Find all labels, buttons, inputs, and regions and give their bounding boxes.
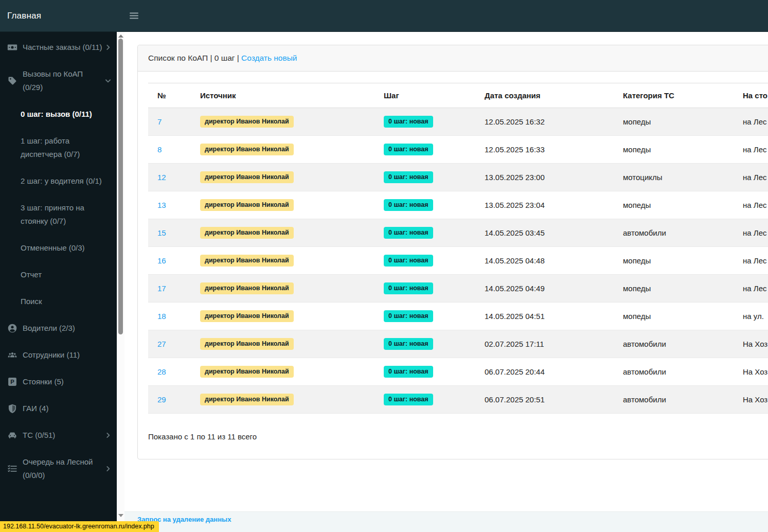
source-badge: директор Иванов Николай [200, 227, 294, 239]
source-cell: директор Иванов Николай [191, 164, 374, 191]
sidebar-item-label: Отчет [21, 268, 112, 281]
sidebar-item-step0-call[interactable]: 0 шаг: вызов (0/11) [0, 101, 117, 128]
car-icon [7, 430, 17, 440]
sidebar-item-staff[interactable]: Сотрудники (11) [0, 342, 117, 368]
parking-cell: на Лес [734, 219, 768, 247]
scroll-down-icon[interactable] [117, 512, 124, 519]
source-badge: директор Иванов Николай [200, 310, 294, 323]
number-cell: 27 [148, 330, 191, 358]
step-cell: 0 шаг: новая [374, 303, 475, 330]
table-row: 12директор Иванов Николай0 шаг: новая13.… [148, 164, 768, 191]
sidebar-item-label: 0 шаг: вызов (0/11) [21, 108, 112, 121]
sidebar-item-label: Частные заказы (0/11) [23, 41, 102, 54]
shield-icon [7, 403, 17, 414]
order-number-link[interactable]: 17 [157, 284, 166, 293]
hamburger-icon[interactable] [130, 12, 138, 19]
sidebar-item-step2-driver[interactable]: 2 шаг: у водителя (0/1) [0, 168, 117, 194]
sidebar-item-label: 1 шаг: работа диспетчера (0/7) [21, 134, 112, 161]
sidebar-item-label: 3 шаг: принято на стоянку (0/7) [21, 201, 112, 228]
sidebar-menu: Частные заказы (0/11)Вызовы по КоАП (0/2… [0, 32, 117, 489]
user-circle-icon [7, 323, 17, 333]
step-cell: 0 шаг: новая [374, 386, 475, 414]
order-number-link[interactable]: 28 [157, 367, 166, 376]
order-number-link[interactable]: 27 [157, 340, 166, 348]
sidebar-item-gai[interactable]: ГАИ (4) [0, 395, 117, 422]
step-badge: 0 шаг: новая [384, 338, 433, 350]
number-cell: 15 [148, 219, 191, 247]
step-badge: 0 шаг: новая [384, 116, 433, 128]
table-row: 15директор Иванов Николай0 шаг: новая14.… [148, 219, 768, 247]
order-number-link[interactable]: 7 [157, 117, 162, 126]
main-content: Список по КоАП | 0 шаг | Создать новый №… [124, 32, 768, 532]
number-cell: 17 [148, 275, 191, 303]
source-badge: директор Иванов Николай [200, 366, 294, 378]
pagination-summary: Показано с 1 по 11 из 11 всего [148, 432, 768, 441]
users-icon [7, 350, 17, 360]
source-cell: директор Иванов Николай [191, 219, 374, 247]
order-number-link[interactable]: 18 [157, 312, 166, 321]
category-cell: мопеды [614, 247, 734, 275]
table-body: 7директор Иванов Николай0 шаг: новая12.0… [148, 108, 768, 414]
created-cell: 14.05.2025 03:45 [475, 219, 614, 247]
number-cell: 16 [148, 247, 191, 275]
created-cell: 14.05.2025 04:51 [475, 303, 614, 330]
column-header: Шаг [374, 83, 475, 108]
column-header: Категория ТС [614, 83, 734, 108]
sidebar-item-private-orders[interactable]: Частные заказы (0/11) [0, 34, 117, 61]
sidebar-item-search[interactable]: Поиск [0, 288, 117, 315]
sidebar-item-parkings[interactable]: PСтоянки (5) [0, 368, 117, 395]
parking-cell: на ул. [734, 303, 768, 330]
top-navbar: Главная [0, 0, 768, 32]
sidebar-item-cancelled[interactable]: Отмененные (0/3) [0, 235, 117, 261]
source-cell: директор Иванов Николай [191, 358, 374, 386]
column-header: № [148, 83, 191, 108]
created-cell: 12.05.2025 16:32 [475, 108, 614, 136]
sidebar-item-step3-parking[interactable]: 3 шаг: принято на стоянку (0/7) [0, 194, 117, 235]
sidebar-item-label: 2 шаг: у водителя (0/1) [21, 174, 112, 188]
step-badge: 0 шаг: новая [384, 394, 433, 406]
order-number-link[interactable]: 16 [157, 256, 166, 265]
order-number-link[interactable]: 8 [157, 145, 162, 154]
sidebar-item-koap-calls[interactable]: Вызовы по КоАП (0/29) [0, 61, 117, 101]
panel-header: Список по КоАП | 0 шаг | Создать новый [138, 45, 768, 72]
sidebar-item-drivers[interactable]: Водители (2/3) [0, 315, 117, 342]
order-number-link[interactable]: 13 [157, 201, 166, 209]
step-cell: 0 шаг: новая [374, 108, 475, 136]
column-header: Дата создания [475, 83, 614, 108]
created-cell: 02.07.2025 17:11 [475, 330, 614, 358]
created-cell: 12.05.2025 16:33 [475, 136, 614, 164]
column-header: На сто [734, 83, 768, 108]
step-badge: 0 шаг: новая [384, 366, 433, 378]
sidebar-item-queue-lesnoy[interactable]: Очередь на Лесной (0/0/0) [0, 449, 117, 489]
category-cell: автомобили [614, 330, 734, 358]
order-number-link[interactable]: 29 [157, 395, 166, 404]
order-number-link[interactable]: 15 [157, 228, 166, 237]
parking-cell: на Лес [734, 275, 768, 303]
parking-cell: на Лес [734, 136, 768, 164]
chevron-right-icon [104, 465, 112, 472]
category-cell: автомобили [614, 358, 734, 386]
parking-cell: На Хоз [734, 330, 768, 358]
number-cell: 29 [148, 386, 191, 414]
source-badge: директор Иванов Николай [200, 394, 294, 406]
source-badge: директор Иванов Николай [200, 338, 294, 350]
source-cell: директор Иванов Николай [191, 386, 374, 414]
step-cell: 0 шаг: новая [374, 330, 475, 358]
order-number-link[interactable]: 12 [157, 173, 166, 182]
sidebar-item-vehicles[interactable]: ТС (0/51) [0, 422, 117, 449]
step-cell: 0 шаг: новая [374, 136, 475, 164]
create-new-link[interactable]: Создать новый [241, 54, 297, 62]
table-row: 28директор Иванов Николай0 шаг: новая06.… [148, 358, 768, 386]
scrollbar-thumb[interactable] [118, 39, 123, 334]
sidebar-item-step1-dispatcher[interactable]: 1 шаг: работа диспетчера (0/7) [0, 128, 117, 168]
banknote-icon [7, 42, 17, 52]
source-cell: директор Иванов Николай [191, 275, 374, 303]
sidebar: Частные заказы (0/11)Вызовы по КоАП (0/2… [0, 32, 117, 532]
sidebar-scrollbar[interactable] [117, 32, 124, 532]
step-cell: 0 шаг: новая [374, 191, 475, 219]
step-badge: 0 шаг: новая [384, 255, 433, 267]
table-header-row: №ИсточникШагДата созданияКатегория ТСНа … [148, 83, 768, 108]
table-row: 13директор Иванов Николай0 шаг: новая13.… [148, 191, 768, 219]
sidebar-item-report[interactable]: Отчет [0, 261, 117, 288]
category-cell: мопеды [614, 136, 734, 164]
